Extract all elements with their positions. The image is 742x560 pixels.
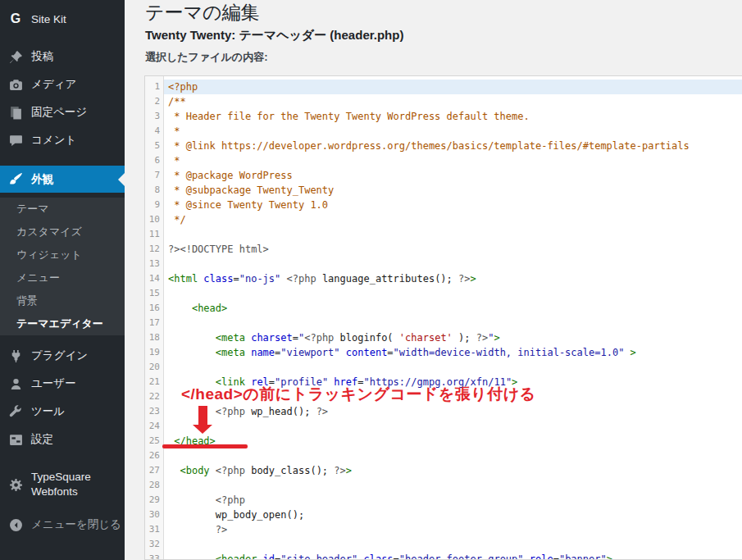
code-line-18: <meta charset="<?php bloginfo( 'charset'… bbox=[164, 330, 742, 345]
line-number: 24 bbox=[145, 419, 163, 434]
code-line-3: * Header file for the Twenty Twenty Word… bbox=[164, 109, 742, 124]
brush-icon bbox=[7, 171, 24, 188]
annotation-arrow bbox=[198, 406, 207, 425]
line-number: 29 bbox=[145, 493, 163, 508]
code-line-30: wp_body_open(); bbox=[164, 508, 742, 522]
sidebar-item-label: ツール bbox=[31, 404, 65, 419]
line-number: 12 bbox=[145, 242, 163, 257]
file-content-label: 選択したファイルの内容: bbox=[145, 50, 267, 65]
sidebar-item-widgets[interactable]: ウィジェット bbox=[0, 244, 125, 266]
code-line-29: <?php bbox=[164, 493, 742, 508]
line-number: 21 bbox=[145, 375, 163, 389]
code-line-9: * @since Twenty Twenty 1.0 bbox=[164, 198, 742, 212]
sidebar-item-label: 外観 bbox=[31, 172, 53, 187]
line-number: 16 bbox=[145, 301, 163, 316]
sidebar-item-label: カスタマイズ bbox=[16, 225, 82, 239]
sidebar-item-plugins[interactable]: プラグイン bbox=[0, 342, 125, 370]
code-line-33: <header id="site-header" class="header-f… bbox=[164, 552, 742, 560]
sidebar-item-collapse-menu[interactable]: メニューを閉じる bbox=[0, 511, 125, 539]
code-line-12: ?><!DOCTYPE html> bbox=[164, 242, 742, 257]
line-number: 15 bbox=[145, 286, 163, 301]
code-line-13 bbox=[164, 257, 742, 271]
sidebar-item-tools[interactable]: ツール bbox=[0, 398, 125, 426]
gear-icon bbox=[7, 476, 24, 493]
code-line-26 bbox=[164, 448, 742, 463]
line-number: 19 bbox=[145, 345, 163, 360]
settings-icon bbox=[7, 431, 24, 448]
sidebar-item-label: ウィジェット bbox=[16, 248, 82, 262]
sidebar-item-comments[interactable]: コメント bbox=[0, 126, 125, 154]
tools-icon bbox=[7, 403, 24, 420]
code-line-25: </head> bbox=[164, 434, 742, 448]
media-icon bbox=[7, 76, 24, 93]
annotation-text: </head>の前にトラッキングコードを張り付ける bbox=[181, 384, 536, 405]
code-line-2: /** bbox=[164, 94, 742, 109]
line-number: 1 bbox=[145, 80, 163, 94]
sidebar-item-label: 固定ページ bbox=[31, 105, 87, 120]
code-line-31: ?> bbox=[164, 522, 742, 537]
line-number-gutter: 1234567891011121314151617181920212223242… bbox=[145, 76, 164, 559]
line-number: 10 bbox=[145, 212, 163, 227]
line-number: 5 bbox=[145, 139, 163, 153]
code-line-16: <head> bbox=[164, 301, 742, 316]
file-title: Twenty Twenty: テーマヘッダー (header.php) bbox=[145, 28, 403, 43]
line-number: 2 bbox=[145, 94, 163, 109]
code-line-20 bbox=[164, 360, 742, 375]
sidebar-item-typesquare-webfonts[interactable]: TypeSquareWebfonts bbox=[0, 465, 125, 504]
code-editor[interactable]: 1234567891011121314151617181920212223242… bbox=[144, 75, 742, 560]
line-number: 31 bbox=[145, 522, 163, 537]
sidebar-item-theme-editor[interactable]: テーマエディター bbox=[0, 312, 125, 335]
sidebar-item-label: 背景 bbox=[16, 294, 38, 308]
code-line-6: * bbox=[164, 153, 742, 168]
code-line-28 bbox=[164, 478, 742, 493]
line-number: 28 bbox=[145, 478, 163, 493]
sidebar-item-posts[interactable]: 投稿 bbox=[0, 43, 125, 71]
comment-icon bbox=[7, 132, 24, 148]
line-number: 11 bbox=[145, 227, 163, 242]
code-line-7: * @package WordPress bbox=[164, 168, 742, 183]
line-number: 9 bbox=[145, 198, 163, 212]
sidebar-item-label: TypeSquareWebfonts bbox=[31, 470, 91, 499]
sidebar-item-settings[interactable]: 設定 bbox=[0, 426, 125, 453]
sidebar-item-label: コメント bbox=[31, 133, 76, 148]
sidebar-item-label: メディア bbox=[31, 77, 76, 92]
line-number: 17 bbox=[145, 316, 163, 330]
plugin-icon bbox=[7, 348, 24, 364]
sidebar-item-customize[interactable]: カスタマイズ bbox=[0, 221, 125, 244]
sidebar-item-themes[interactable]: テーマ bbox=[0, 198, 125, 221]
sidebar-item-users[interactable]: ユーザー bbox=[0, 370, 125, 398]
sidebar-item-site-kit[interactable]: GSite Kit bbox=[0, 5, 125, 33]
code-area[interactable]: <?php/** * Header file for the Twenty Tw… bbox=[164, 76, 742, 559]
page-title: テーマの編集 bbox=[145, 0, 260, 25]
user-icon bbox=[7, 376, 24, 392]
code-line-23: <?php wp_head(); ?> bbox=[164, 404, 742, 419]
line-number: 22 bbox=[145, 389, 163, 404]
line-number: 8 bbox=[145, 183, 163, 198]
sidebar-item-label: 投稿 bbox=[31, 49, 53, 64]
page-icon bbox=[7, 104, 24, 121]
sitekit-icon: G bbox=[7, 11, 24, 27]
line-number: 23 bbox=[145, 404, 163, 419]
sidebar-item-label: 設定 bbox=[31, 432, 53, 447]
sidebar-item-media[interactable]: メディア bbox=[0, 71, 125, 98]
sidebar-item-label: メニュー bbox=[16, 271, 60, 285]
code-line-1: <?php bbox=[164, 80, 742, 94]
sidebar-item-label: テーマエディター bbox=[16, 316, 103, 331]
line-number: 27 bbox=[145, 463, 163, 478]
line-number: 18 bbox=[145, 330, 163, 345]
code-line-15 bbox=[164, 286, 742, 301]
sidebar-item-pages[interactable]: 固定ページ bbox=[0, 98, 125, 126]
sidebar-item-label: プラグイン bbox=[31, 348, 88, 363]
sidebar-item-menus[interactable]: メニュー bbox=[0, 266, 125, 289]
line-number: 3 bbox=[145, 109, 163, 124]
annotation-underline bbox=[162, 444, 248, 448]
code-line-19: <meta name="viewport" content="width=dev… bbox=[164, 345, 742, 360]
line-number: 6 bbox=[145, 153, 163, 168]
sidebar-item-label: Site Kit bbox=[31, 13, 66, 25]
sidebar-item-label: テーマ bbox=[16, 202, 49, 216]
line-number: 32 bbox=[145, 537, 163, 552]
code-line-14: <html class="no-js" <?php language_attri… bbox=[164, 271, 742, 286]
sidebar-item-appearance[interactable]: 外観 bbox=[0, 166, 125, 193]
sidebar-item-label: メニューを閉じる bbox=[31, 517, 121, 532]
sidebar-item-background[interactable]: 背景 bbox=[0, 289, 125, 312]
